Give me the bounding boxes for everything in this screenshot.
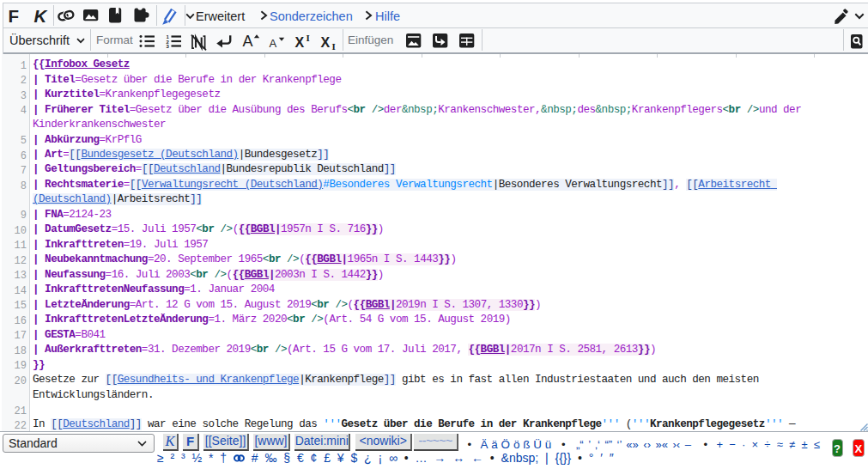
svg-text:3: 3	[166, 44, 169, 48]
